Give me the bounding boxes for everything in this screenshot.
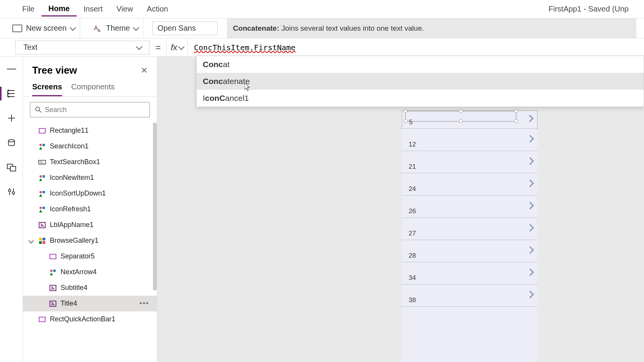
- gallery-value: 27: [409, 230, 416, 237]
- tree-item-rectquickactionbar1[interactable]: RectQuickActionBar1: [23, 311, 157, 327]
- resize-handle[interactable]: [514, 109, 518, 113]
- tree-item-iconsortupdown1[interactable]: IconSortUpDown1: [23, 186, 157, 201]
- icon-group-icon: [38, 174, 46, 182]
- gallery-item[interactable]: 21: [402, 151, 537, 173]
- resize-handle[interactable]: [459, 109, 463, 113]
- chevron-down-icon: [178, 43, 184, 50]
- svg-rect-28: [53, 270, 56, 272]
- svg-point-10: [36, 107, 39, 111]
- close-icon[interactable]: ✕: [141, 66, 148, 76]
- chevron-right-icon[interactable]: [526, 157, 534, 165]
- tree-item-lblappname1[interactable]: LblAppName1: [23, 217, 157, 233]
- svg-point-12: [39, 144, 42, 146]
- chevron-right-icon[interactable]: [526, 202, 534, 209]
- chevron-right-icon[interactable]: [526, 291, 534, 298]
- menu-file[interactable]: File: [15, 2, 41, 16]
- tree-item-subtitle4[interactable]: Subtitle4: [23, 280, 157, 296]
- chevron-right-icon[interactable]: [526, 115, 534, 122]
- gallery-item[interactable]: 38: [402, 285, 537, 307]
- svg-rect-20: [43, 207, 45, 209]
- menu-action[interactable]: Action: [140, 2, 175, 16]
- tree-item-title4[interactable]: Title4 •••: [23, 296, 157, 311]
- media-icon[interactable]: [7, 163, 16, 172]
- tab-screens[interactable]: Screens: [32, 82, 62, 96]
- font-dropdown[interactable]: Open Sans: [153, 21, 218, 35]
- svg-rect-24: [39, 241, 42, 244]
- tree-item-searchicon1[interactable]: SearchIcon1: [23, 138, 157, 154]
- more-icon[interactable]: •••: [140, 299, 149, 308]
- tree-item-iconnewitem1[interactable]: IconNewItem1: [23, 170, 157, 186]
- resize-handle[interactable]: [404, 109, 407, 113]
- label-icon: [49, 284, 57, 292]
- tree-panel: Tree view ✕ Screens Components Rectangle…: [23, 57, 157, 362]
- formula-input[interactable]: ConcThisItem.FirstName: [188, 43, 644, 52]
- svg-point-27: [50, 270, 53, 272]
- gallery-item[interactable]: 27: [402, 218, 537, 240]
- svg-rect-14: [39, 160, 46, 164]
- svg-rect-18: [43, 191, 45, 193]
- svg-rect-13: [43, 144, 45, 146]
- chevron-right-icon[interactable]: [526, 179, 534, 187]
- intellisense-dropdown: Concat Concatenate IconCancel1: [196, 56, 644, 107]
- tree-item-rectangle11[interactable]: Rectangle11: [23, 123, 157, 138]
- svg-point-8: [8, 189, 11, 192]
- chevron-right-icon[interactable]: [526, 135, 534, 143]
- formula-bar: Text = fx ConcThisItem.FirstName: [0, 38, 644, 57]
- menu-insert[interactable]: Insert: [77, 2, 110, 16]
- resize-handle[interactable]: [459, 119, 463, 123]
- chevron-down-icon[interactable]: [28, 238, 34, 243]
- property-name: Text: [23, 43, 38, 52]
- intellisense-item-concat[interactable]: Concat: [197, 56, 644, 73]
- svg-rect-26: [50, 254, 56, 259]
- app-title: FirstApp1 - Saved (Unp: [549, 5, 629, 13]
- gallery-value: 12: [409, 141, 416, 148]
- hamburger-icon[interactable]: [7, 64, 16, 74]
- theme-button[interactable]: Aa Theme: [89, 18, 143, 38]
- left-rail: [0, 57, 23, 362]
- svg-rect-31: [39, 317, 45, 322]
- tab-components[interactable]: Components: [71, 82, 115, 96]
- svg-rect-23: [43, 238, 45, 240]
- chevron-right-icon[interactable]: [526, 224, 534, 232]
- gallery-item[interactable]: 24: [402, 173, 537, 196]
- gallery-item[interactable]: 34: [402, 262, 537, 285]
- tooltip-desc: Joins several text values into one text …: [281, 24, 424, 33]
- intellisense-item-iconcancel1[interactable]: IconCancel1: [197, 90, 644, 107]
- tree-item-browsegallery1[interactable]: BrowseGallery1: [23, 233, 157, 248]
- tools-icon[interactable]: [7, 187, 16, 196]
- fx-button[interactable]: fx: [166, 38, 188, 56]
- intellisense-item-concatenate[interactable]: Concatenate: [197, 73, 644, 90]
- tree-tabs: Screens Components: [23, 79, 157, 97]
- gallery-value: 34: [409, 274, 416, 282]
- tree-item-textsearchbox1[interactable]: TextSearchBox1: [23, 154, 157, 170]
- resize-handle[interactable]: [404, 119, 407, 123]
- tree-list: Rectangle11 SearchIcon1 TextSearchBox1 I…: [23, 123, 157, 362]
- search-input[interactable]: [30, 102, 150, 117]
- svg-rect-2: [8, 90, 9, 91]
- new-screen-button[interactable]: New screen: [8, 18, 80, 38]
- menu-view[interactable]: View: [110, 2, 140, 16]
- gallery-item-selected[interactable]: 5: [402, 110, 537, 129]
- ribbon-toolbar: New screen Aa Theme Open Sans Concatenat…: [0, 18, 644, 38]
- menu-home[interactable]: Home: [41, 2, 77, 16]
- theme-icon: Aa: [94, 24, 102, 33]
- data-icon[interactable]: [7, 138, 16, 147]
- resize-handle[interactable]: [514, 119, 518, 123]
- chevron-right-icon[interactable]: [526, 268, 534, 276]
- tree-view-icon[interactable]: [7, 89, 16, 98]
- tree-item-iconrefresh1[interactable]: IconRefresh1: [23, 201, 157, 217]
- gallery-icon: [38, 237, 46, 245]
- icon-group-icon: [38, 190, 46, 197]
- gallery-item[interactable]: 12: [402, 129, 537, 151]
- gallery-item[interactable]: 28: [402, 240, 537, 262]
- gallery-item[interactable]: 26: [402, 196, 537, 218]
- selected-label-box[interactable]: [405, 111, 516, 122]
- fx-label: fx: [171, 43, 177, 53]
- add-icon[interactable]: [7, 114, 16, 123]
- tree-item-nextarrow4[interactable]: NextArrow4: [23, 264, 157, 280]
- chevron-right-icon[interactable]: [526, 246, 534, 254]
- svg-rect-3: [8, 93, 9, 94]
- tree-item-separator5[interactable]: Separator5: [23, 248, 157, 264]
- property-dropdown[interactable]: Text: [15, 41, 150, 54]
- search-field[interactable]: [45, 106, 145, 114]
